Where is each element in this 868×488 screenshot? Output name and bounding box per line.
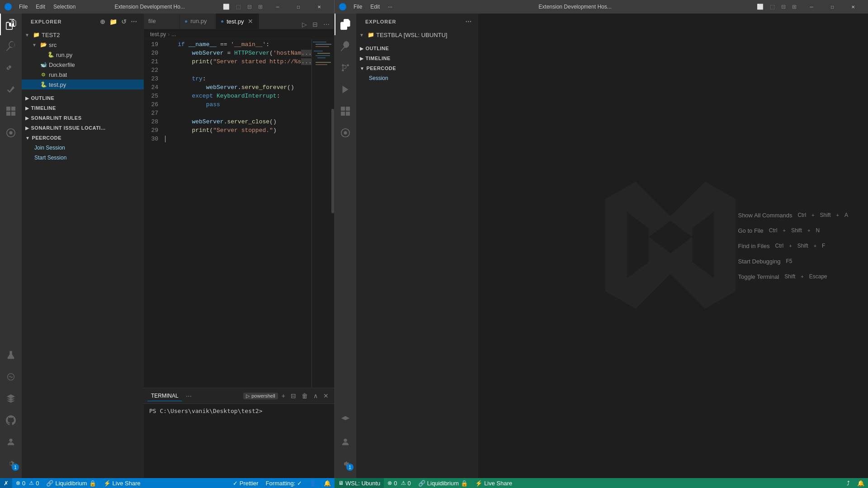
- explorer-more-right[interactable]: ⋯: [464, 17, 473, 26]
- wsl-label: WSL: Ubuntu: [345, 480, 380, 487]
- actbar-debug-left[interactable]: [0, 79, 22, 100]
- timeline-section-left[interactable]: ▶ TIMELINE: [22, 103, 144, 113]
- actbar-debug-right[interactable]: [335, 79, 356, 100]
- status-liveshare-right[interactable]: ⚡ Live Share: [472, 478, 516, 488]
- tree-folder-src[interactable]: ▼ 📂 src: [22, 40, 144, 50]
- layout-icon-2[interactable]: ⬚: [234, 4, 243, 10]
- terminal-tab-label[interactable]: TERMINAL: [147, 391, 182, 401]
- explorer-refresh-btn[interactable]: ↺: [120, 17, 128, 26]
- minimize-btn-left[interactable]: ─: [267, 0, 288, 14]
- actbar-extensions-right[interactable]: [335, 100, 356, 122]
- outline-section-left[interactable]: ▶ OUTLINE: [22, 93, 144, 103]
- tab-test-py-close[interactable]: ✕: [247, 18, 254, 25]
- explorer-collapse-btn[interactable]: ⋯: [130, 17, 138, 26]
- actbar-github-left[interactable]: [0, 409, 22, 431]
- actbar-search-left[interactable]: [0, 35, 22, 57]
- sonarlint-rules-section[interactable]: ▶ SONARLINT RULES: [22, 113, 144, 123]
- actbar-explorer-right[interactable]: [335, 14, 356, 35]
- layout-icon-r1[interactable]: ⬜: [755, 4, 765, 10]
- actbar-git-left[interactable]: [0, 57, 22, 79]
- actbar-paw-left[interactable]: [0, 366, 22, 388]
- layout-icon-r3[interactable]: ⊟: [779, 4, 788, 10]
- menu-more-right[interactable]: ···: [385, 3, 395, 11]
- terminal-trash-btn[interactable]: 🗑: [300, 391, 310, 400]
- test-py-label: test.py: [49, 81, 66, 88]
- tab-more-btn[interactable]: ⋯: [321, 20, 331, 29]
- layout-icon-3[interactable]: ⊟: [245, 4, 254, 10]
- actbar-settings-right[interactable]: 1: [335, 453, 356, 474]
- minimize-btn-right[interactable]: ─: [801, 0, 822, 14]
- status-account-left[interactable]: 👤: [306, 478, 320, 488]
- explorer-new-file-btn[interactable]: ⊕: [99, 17, 107, 26]
- actbar-remote-left[interactable]: [0, 122, 22, 144]
- actbar-remote-right[interactable]: [335, 122, 356, 144]
- status-liquidibrium-left[interactable]: 🔗 Liquidibrium 🔒: [42, 478, 99, 488]
- status-errors-right[interactable]: ⊗ 0 ⚠ 0: [384, 478, 414, 488]
- terminal-split-btn[interactable]: ⊟: [289, 391, 298, 400]
- status-formatting-left[interactable]: Formatting: ✓: [262, 478, 306, 488]
- tab-file[interactable]: file: [144, 14, 180, 29]
- status-wsl-indicator[interactable]: 🖥 WSL: Ubuntu: [335, 478, 384, 488]
- status-forward-right[interactable]: ⤴: [843, 478, 854, 488]
- menu-file-right[interactable]: File: [351, 3, 365, 11]
- actbar-search-right[interactable]: [335, 35, 356, 57]
- split-editor-btn[interactable]: ⊟: [311, 20, 320, 29]
- tree-file-dockerfile[interactable]: 🐋 Dockerfile: [22, 60, 144, 70]
- status-liquidibrium-right[interactable]: 🔗 Liquidibrium 🔒: [415, 478, 472, 488]
- peercode-session-right[interactable]: Session: [356, 73, 478, 83]
- actbar-account-left[interactable]: [0, 431, 22, 453]
- layout-icon-r2[interactable]: ⬚: [768, 4, 777, 10]
- status-prettier-left[interactable]: ✓ Prettier: [229, 478, 262, 488]
- tree-root-testbla[interactable]: ▼ 📁 TESTBLA [WSL: UBUNTU]: [356, 30, 478, 40]
- status-bell-right[interactable]: 🔔: [854, 478, 868, 488]
- outline-section-right[interactable]: ▶ OUTLINE: [356, 43, 478, 53]
- tree-file-run-bat[interactable]: ⚙ run.bat: [22, 70, 144, 80]
- terminal-add-btn[interactable]: +: [280, 391, 287, 400]
- svg-rect-10: [316, 46, 329, 47]
- actbar-extensions-left[interactable]: [0, 100, 22, 122]
- close-btn-right[interactable]: ✕: [843, 0, 863, 14]
- actbar-liveshare-left[interactable]: [0, 388, 22, 409]
- tree-file-test-py[interactable]: 🐍 test.py: [22, 80, 144, 89]
- actbar-git-right[interactable]: [335, 57, 356, 79]
- actbar-flask-left[interactable]: [0, 344, 22, 366]
- terminal-tab-more[interactable]: ⋯: [186, 393, 192, 399]
- terminal-shell-indicator[interactable]: ▷ powershell: [243, 393, 278, 399]
- run-btn[interactable]: ▷: [300, 20, 309, 29]
- menu-edit-left[interactable]: Edit: [33, 3, 48, 11]
- actbar-liveshare-right[interactable]: [335, 409, 356, 431]
- peercode-section-left[interactable]: ▼ PEERCODE: [22, 133, 144, 143]
- peercode-start-session[interactable]: Start Session: [22, 153, 144, 163]
- terminal-content-left[interactable]: PS C:\Users\vanik\Desktop\test2>: [144, 404, 334, 478]
- status-bell-left[interactable]: 🔔: [320, 478, 335, 488]
- maximize-btn-left[interactable]: □: [288, 0, 309, 14]
- timeline-section-right[interactable]: ▶ TIMELINE: [356, 53, 478, 63]
- tree-root-test2[interactable]: ▼ 📁 TEST2: [22, 30, 144, 40]
- menu-edit-right[interactable]: Edit: [368, 3, 382, 11]
- layout-icon-r4[interactable]: ⊞: [790, 4, 798, 10]
- actbar-settings-left[interactable]: 1: [0, 453, 22, 474]
- close-btn-left[interactable]: ✕: [309, 0, 330, 14]
- status-liveshare-left[interactable]: ⚡ Live Share: [100, 478, 144, 488]
- code-content-left[interactable]: if __name__ == '__main__': webServer = H…: [162, 39, 311, 388]
- menu-selection-left[interactable]: Selection: [51, 3, 78, 11]
- peercode-join-session[interactable]: Join Session: [22, 143, 144, 153]
- terminal-close-btn[interactable]: ✕: [321, 391, 330, 400]
- menu-file-left[interactable]: File: [16, 3, 30, 11]
- maximize-btn-right[interactable]: □: [822, 0, 843, 14]
- layout-icon-1[interactable]: ⬜: [221, 4, 231, 10]
- tree-file-run-py[interactable]: 🐍 run.py: [22, 50, 144, 60]
- svg-rect-0: [6, 107, 10, 111]
- peercode-section-right[interactable]: ▼ PEERCODE: [356, 63, 478, 73]
- tab-test-py[interactable]: ● test.py ✕: [216, 14, 259, 29]
- sonarlint-issue-section[interactable]: ▶ SONARLINT ISSUE LOCATI...: [22, 123, 144, 133]
- actbar-account-right[interactable]: [335, 431, 356, 453]
- terminal-expand-btn[interactable]: ∧: [311, 391, 320, 400]
- layout-icon-4[interactable]: ⊞: [256, 4, 264, 10]
- explorer-new-folder-btn[interactable]: 📁: [108, 17, 118, 26]
- status-remote-indicator-left[interactable]: ✗: [0, 478, 12, 488]
- tab-run-py[interactable]: ● run.py: [180, 14, 216, 29]
- actbar-explorer-left[interactable]: [0, 14, 22, 35]
- code-editor-left[interactable]: 19 20 21 22 23 24 25 26 27 28 29 30 if _…: [144, 39, 334, 388]
- status-errors-left[interactable]: ⊗ 0 ⚠ 0: [12, 478, 42, 488]
